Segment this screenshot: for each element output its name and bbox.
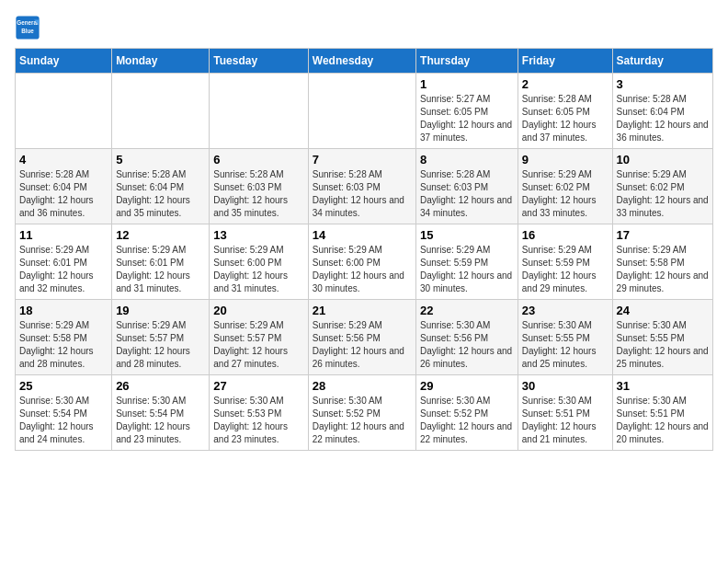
day-number: 18 xyxy=(19,304,108,317)
day-number: 2 xyxy=(522,77,609,91)
day-info: Sunrise: 5:29 AM Sunset: 6:01 PM Dayligh… xyxy=(19,244,108,295)
day-number: 5 xyxy=(116,153,205,167)
calendar-cell: 30 Sunrise: 5:30 AM Sunset: 5:51 PM Dayl… xyxy=(518,375,612,451)
day-number: 12 xyxy=(116,228,205,242)
day-info: Sunrise: 5:27 AM Sunset: 6:05 PM Dayligh… xyxy=(420,93,514,144)
day-number: 8 xyxy=(420,153,514,167)
calendar-table: SundayMondayTuesdayWednesdayThursdayFrid… xyxy=(15,48,713,451)
day-number: 4 xyxy=(19,153,108,167)
day-number: 3 xyxy=(617,77,709,91)
day-number: 31 xyxy=(617,379,709,393)
day-number: 6 xyxy=(213,153,303,167)
calendar-cell: 20 Sunrise: 5:29 AM Sunset: 5:57 PM Dayl… xyxy=(210,300,308,375)
week-row-3: 11 Sunrise: 5:29 AM Sunset: 6:01 PM Dayl… xyxy=(16,224,713,300)
calendar-cell: 25 Sunrise: 5:30 AM Sunset: 5:54 PM Dayl… xyxy=(16,375,112,451)
day-header-tuesday: Tuesday xyxy=(210,49,308,74)
day-info: Sunrise: 5:28 AM Sunset: 6:04 PM Dayligh… xyxy=(116,168,205,220)
day-info: Sunrise: 5:29 AM Sunset: 6:01 PM Dayligh… xyxy=(116,244,205,295)
day-number: 28 xyxy=(313,379,412,393)
day-number: 13 xyxy=(213,228,303,242)
calendar-cell: 18 Sunrise: 5:29 AM Sunset: 5:58 PM Dayl… xyxy=(16,300,112,375)
day-info: Sunrise: 5:29 AM Sunset: 5:57 PM Dayligh… xyxy=(213,319,303,371)
calendar-cell: 29 Sunrise: 5:30 AM Sunset: 5:52 PM Dayl… xyxy=(416,375,518,451)
calendar-cell: 23 Sunrise: 5:30 AM Sunset: 5:55 PM Dayl… xyxy=(518,300,612,375)
calendar-cell: 28 Sunrise: 5:30 AM Sunset: 5:52 PM Dayl… xyxy=(308,375,415,451)
calendar-cell: 27 Sunrise: 5:30 AM Sunset: 5:53 PM Dayl… xyxy=(210,375,308,451)
day-info: Sunrise: 5:30 AM Sunset: 5:54 PM Dayligh… xyxy=(116,395,205,446)
day-info: Sunrise: 5:30 AM Sunset: 5:55 PM Dayligh… xyxy=(522,319,609,371)
calendar-cell: 31 Sunrise: 5:30 AM Sunset: 5:51 PM Dayl… xyxy=(612,375,712,451)
day-info: Sunrise: 5:30 AM Sunset: 5:54 PM Dayligh… xyxy=(19,395,108,446)
day-number: 19 xyxy=(116,304,205,317)
calendar-cell xyxy=(210,74,308,149)
day-number: 30 xyxy=(522,379,609,393)
logo: General Blue xyxy=(15,15,44,40)
calendar-cell: 17 Sunrise: 5:29 AM Sunset: 5:58 PM Dayl… xyxy=(612,224,712,300)
calendar-cell: 1 Sunrise: 5:27 AM Sunset: 6:05 PM Dayli… xyxy=(416,74,518,149)
day-header-thursday: Thursday xyxy=(416,49,518,74)
calendar-cell: 14 Sunrise: 5:29 AM Sunset: 6:00 PM Dayl… xyxy=(308,224,415,300)
day-number: 24 xyxy=(617,304,709,317)
day-info: Sunrise: 5:29 AM Sunset: 5:56 PM Dayligh… xyxy=(313,319,412,371)
day-info: Sunrise: 5:28 AM Sunset: 6:04 PM Dayligh… xyxy=(19,168,108,220)
week-row-2: 4 Sunrise: 5:28 AM Sunset: 6:04 PM Dayli… xyxy=(16,149,713,224)
day-number: 10 xyxy=(617,153,709,167)
week-row-4: 18 Sunrise: 5:29 AM Sunset: 5:58 PM Dayl… xyxy=(16,300,713,375)
day-number: 15 xyxy=(420,228,514,242)
day-number: 14 xyxy=(313,228,412,242)
calendar-cell: 7 Sunrise: 5:28 AM Sunset: 6:03 PM Dayli… xyxy=(308,149,415,224)
svg-text:Blue: Blue xyxy=(21,28,34,34)
day-info: Sunrise: 5:30 AM Sunset: 5:51 PM Dayligh… xyxy=(617,395,709,446)
calendar-cell: 10 Sunrise: 5:29 AM Sunset: 6:02 PM Dayl… xyxy=(612,149,712,224)
day-info: Sunrise: 5:30 AM Sunset: 5:53 PM Dayligh… xyxy=(213,395,303,446)
logo-icon: General Blue xyxy=(15,15,40,40)
day-info: Sunrise: 5:28 AM Sunset: 6:03 PM Dayligh… xyxy=(420,168,514,220)
day-header-friday: Friday xyxy=(518,49,612,74)
calendar-cell: 16 Sunrise: 5:29 AM Sunset: 5:59 PM Dayl… xyxy=(518,224,612,300)
calendar-cell: 12 Sunrise: 5:29 AM Sunset: 6:01 PM Dayl… xyxy=(112,224,210,300)
calendar-cell: 15 Sunrise: 5:29 AM Sunset: 5:59 PM Dayl… xyxy=(416,224,518,300)
day-info: Sunrise: 5:29 AM Sunset: 6:00 PM Dayligh… xyxy=(313,244,412,295)
day-header-sunday: Sunday xyxy=(16,49,112,74)
day-number: 22 xyxy=(420,304,514,317)
calendar-cell: 13 Sunrise: 5:29 AM Sunset: 6:00 PM Dayl… xyxy=(210,224,308,300)
calendar-cell: 11 Sunrise: 5:29 AM Sunset: 6:01 PM Dayl… xyxy=(16,224,112,300)
day-header-wednesday: Wednesday xyxy=(308,49,415,74)
day-number: 9 xyxy=(522,153,609,167)
day-number: 1 xyxy=(420,77,514,91)
day-number: 20 xyxy=(213,304,303,317)
day-number: 16 xyxy=(522,228,609,242)
day-header-saturday: Saturday xyxy=(612,49,712,74)
day-header-monday: Monday xyxy=(112,49,210,74)
calendar-cell xyxy=(112,74,210,149)
calendar-cell: 19 Sunrise: 5:29 AM Sunset: 5:57 PM Dayl… xyxy=(112,300,210,375)
day-number: 27 xyxy=(213,379,303,393)
day-info: Sunrise: 5:30 AM Sunset: 5:52 PM Dayligh… xyxy=(420,395,514,446)
day-info: Sunrise: 5:29 AM Sunset: 5:59 PM Dayligh… xyxy=(522,244,609,295)
day-info: Sunrise: 5:29 AM Sunset: 5:59 PM Dayligh… xyxy=(420,244,514,295)
calendar-cell: 5 Sunrise: 5:28 AM Sunset: 6:04 PM Dayli… xyxy=(112,149,210,224)
day-info: Sunrise: 5:30 AM Sunset: 5:55 PM Dayligh… xyxy=(617,319,709,371)
calendar-cell: 6 Sunrise: 5:28 AM Sunset: 6:03 PM Dayli… xyxy=(210,149,308,224)
day-info: Sunrise: 5:28 AM Sunset: 6:03 PM Dayligh… xyxy=(313,168,412,220)
week-row-5: 25 Sunrise: 5:30 AM Sunset: 5:54 PM Dayl… xyxy=(16,375,713,451)
day-info: Sunrise: 5:28 AM Sunset: 6:03 PM Dayligh… xyxy=(213,168,303,220)
calendar-cell: 8 Sunrise: 5:28 AM Sunset: 6:03 PM Dayli… xyxy=(416,149,518,224)
header-row: SundayMondayTuesdayWednesdayThursdayFrid… xyxy=(16,49,713,74)
page-header: General Blue xyxy=(15,15,713,40)
calendar-cell: 4 Sunrise: 5:28 AM Sunset: 6:04 PM Dayli… xyxy=(16,149,112,224)
day-number: 7 xyxy=(313,153,412,167)
calendar-cell: 21 Sunrise: 5:29 AM Sunset: 5:56 PM Dayl… xyxy=(308,300,415,375)
day-number: 17 xyxy=(617,228,709,242)
day-number: 29 xyxy=(420,379,514,393)
day-info: Sunrise: 5:30 AM Sunset: 5:52 PM Dayligh… xyxy=(313,395,412,446)
day-number: 26 xyxy=(116,379,205,393)
calendar-cell xyxy=(308,74,415,149)
day-number: 23 xyxy=(522,304,609,317)
day-info: Sunrise: 5:29 AM Sunset: 5:58 PM Dayligh… xyxy=(617,244,709,295)
day-info: Sunrise: 5:30 AM Sunset: 5:56 PM Dayligh… xyxy=(420,319,514,371)
day-info: Sunrise: 5:29 AM Sunset: 6:02 PM Dayligh… xyxy=(617,168,709,220)
day-info: Sunrise: 5:28 AM Sunset: 6:05 PM Dayligh… xyxy=(522,93,609,144)
calendar-cell xyxy=(16,74,112,149)
calendar-cell: 9 Sunrise: 5:29 AM Sunset: 6:02 PM Dayli… xyxy=(518,149,612,224)
